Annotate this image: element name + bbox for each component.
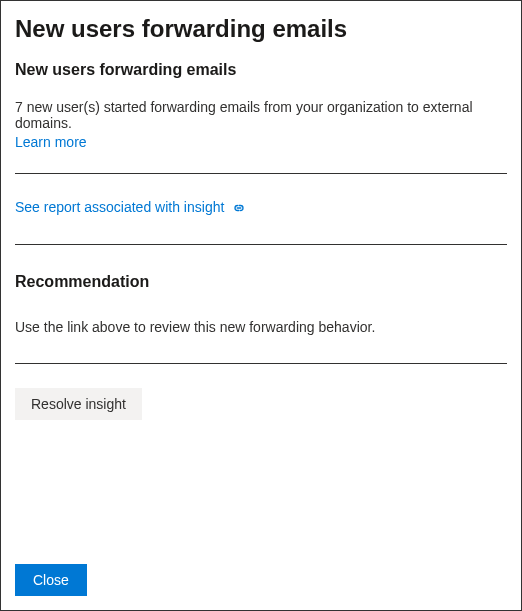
resolve-insight-button[interactable]: Resolve insight <box>15 388 142 420</box>
insight-description: 7 new user(s) started forwarding emails … <box>15 99 507 131</box>
recommendation-text: Use the link above to review this new fo… <box>15 319 507 335</box>
insight-panel: New users forwarding emails New users fo… <box>0 0 522 611</box>
recommendation-section-title: Recommendation <box>15 273 507 291</box>
divider <box>15 363 507 364</box>
see-report-link-label: See report associated with insight <box>15 199 224 215</box>
close-button[interactable]: Close <box>15 564 87 596</box>
divider <box>15 173 507 174</box>
divider <box>15 244 507 245</box>
insight-section-title: New users forwarding emails <box>15 61 507 79</box>
page-title: New users forwarding emails <box>15 15 507 43</box>
learn-more-link[interactable]: Learn more <box>15 134 87 150</box>
link-icon <box>232 202 246 214</box>
see-report-link[interactable]: See report associated with insight <box>15 199 246 215</box>
